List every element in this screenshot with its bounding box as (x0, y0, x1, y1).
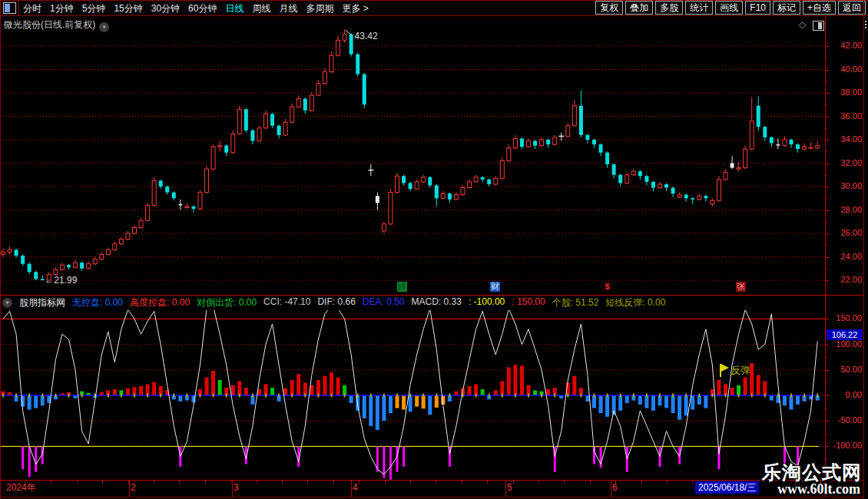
month-separator (351, 481, 352, 497)
month-separator (611, 481, 611, 497)
scroll-dot (865, 24, 866, 25)
month-label-2024年: 2024年 (6, 483, 36, 492)
time-tick (205, 481, 206, 484)
indicator-chart[interactable] (0, 310, 825, 480)
month-label-5: 5 (507, 483, 512, 492)
toolbar-button-标记[interactable]: 标记 (773, 1, 800, 15)
time-tick (333, 481, 334, 484)
time-tick (538, 481, 539, 484)
toolbar-button-画线[interactable]: 画线 (715, 1, 743, 15)
time-tick (102, 481, 103, 484)
frame-line (825, 16, 826, 497)
frame-line (18, 1, 19, 15)
frame-line (0, 15, 868, 16)
indicator-axis-label: 150.00 (828, 314, 862, 322)
month-separator (129, 481, 130, 497)
menu-item-30分钟[interactable]: 30分钟 (151, 2, 180, 15)
indicator-field-MACD: MACD: 0.33 (412, 296, 462, 309)
indicator-source: 股朋指标网 (19, 296, 65, 309)
time-tick (436, 481, 436, 484)
rebound-annotation: 反弹 (731, 364, 750, 378)
time-tick (385, 481, 386, 484)
toolbar-button-统计[interactable]: 统计 (685, 1, 713, 15)
menu-item-5分钟[interactable]: 5分钟 (82, 2, 106, 15)
time-tick (564, 481, 565, 484)
price-axis-label: 40.00 (828, 65, 862, 74)
price-axis-label: 28.00 (828, 206, 862, 214)
menu-item-月线[interactable]: 月线 (279, 2, 297, 15)
time-tick (410, 481, 411, 484)
indicator-field-CCI: CCI: -47.10 (263, 296, 310, 309)
menu-item-多周期[interactable]: 多周期 (306, 2, 333, 15)
toolbar-button-+自选[interactable]: +自选 (803, 1, 836, 15)
price-axis-label: 30.00 (828, 182, 862, 190)
time-tick (128, 481, 129, 484)
time-tick (282, 481, 283, 484)
time-tick (615, 481, 616, 484)
menu-item-15分钟[interactable]: 15分钟 (114, 2, 142, 15)
toolbar-button-多股[interactable]: 多股 (655, 1, 683, 15)
indicator-axis-label: -50.00 (828, 416, 862, 425)
indicator-axis-label: -100.00 (828, 441, 862, 450)
menu-item-更多 >[interactable]: 更多 > (342, 2, 368, 15)
event-badge-$: $ (602, 282, 612, 292)
toolbar-button-复权[interactable]: 复权 (595, 1, 623, 15)
month-label-4: 4 (353, 483, 358, 492)
menu-item-60分钟[interactable]: 60分钟 (188, 2, 217, 15)
month-label-6: 6 (612, 483, 618, 492)
watermark-url: www.60lt.com (777, 481, 860, 497)
indicator-value-box: 106.22 (827, 329, 863, 340)
event-badge-跌: 跌 (397, 282, 407, 292)
indicator-field-短线反弹: 短线反弹: 0.00 (605, 296, 665, 309)
time-tick (641, 481, 642, 484)
last-date-box: 2025/06/18/三 (695, 481, 759, 494)
time-tick (307, 481, 308, 484)
indicator-field-无控盘: 无控盘: 0.00 (72, 296, 123, 309)
time-tick (51, 481, 51, 484)
time-tick (692, 481, 693, 484)
price-axis-label: 42.00 (828, 41, 862, 50)
frame-line (0, 497, 864, 497)
toolbar-button-返回[interactable]: 返回 (838, 1, 866, 15)
menu-item-1分钟[interactable]: 1分钟 (50, 2, 74, 15)
toolbar-button-叠加[interactable]: 叠加 (625, 1, 653, 15)
time-tick (487, 481, 488, 484)
flag-icon (721, 364, 729, 372)
frame-line (0, 0, 1, 499)
indicator-axis-label: 100.00 (828, 340, 862, 349)
price-axis-label: 24.00 (828, 253, 862, 261)
price-axis-label: 22.00 (828, 276, 862, 284)
time-tick (257, 481, 257, 484)
indicator-fields: 无控盘: 0.00高度控盘: 0.00对倒出货: 0.00CCI: -47.10… (72, 296, 665, 309)
menu-item-周线[interactable]: 周线 (252, 2, 270, 15)
indicator-axis-label: 0.00 (828, 391, 862, 399)
indicator-header: ▾ 股朋指标网 无控盘: 0.00高度控盘: 0.00对倒出货: 0.00CCI… (2, 297, 665, 309)
time-tick (462, 481, 462, 484)
scroll-dot (865, 21, 866, 22)
time-tick (230, 481, 231, 484)
price-axis-label: 38.00 (828, 88, 862, 97)
time-tick (77, 481, 78, 484)
time-tick (154, 481, 154, 484)
frame-line (0, 480, 864, 481)
indicator-axis-label: 50.00 (828, 365, 862, 374)
frame-line (0, 295, 864, 296)
time-tick (513, 481, 514, 484)
window-icon[interactable] (3, 2, 16, 14)
indicator-field-对倒出货: 对倒出货: 0.00 (197, 296, 257, 309)
menu-item-分时[interactable]: 分时 (23, 2, 41, 15)
time-tick (590, 481, 591, 484)
indicator-collapse-icon[interactable]: ▾ (2, 298, 12, 308)
oscillator-line (3, 310, 817, 474)
month-separator (505, 481, 506, 497)
period-menu: 分时1分钟5分钟15分钟30分钟60分钟日线周线月线多周期更多 > (23, 2, 369, 15)
candlestick-chart[interactable]: 43.42←21.99 (0, 17, 825, 296)
menu-item-日线[interactable]: 日线 (225, 2, 244, 15)
month-separator (232, 481, 233, 497)
toolbar-button-F10[interactable]: F10 (745, 1, 770, 15)
price-axis-label: 32.00 (828, 159, 862, 167)
month-label-3: 3 (234, 483, 239, 492)
event-badge-财: 财 (490, 282, 500, 292)
scroll-dot (865, 27, 866, 28)
price-axis-label: 26.00 (828, 229, 862, 237)
